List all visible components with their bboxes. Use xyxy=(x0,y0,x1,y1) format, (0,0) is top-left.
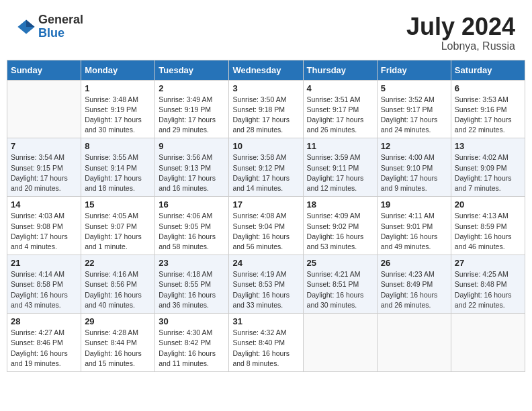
day-number: 6 xyxy=(455,83,521,93)
calendar-cell: 26Sunrise: 4:23 AM Sunset: 8:49 PM Dayli… xyxy=(377,255,451,314)
day-info: Sunrise: 3:52 AM Sunset: 9:17 PM Dayligh… xyxy=(381,95,447,136)
day-info: Sunrise: 3:56 AM Sunset: 9:13 PM Dayligh… xyxy=(159,152,225,193)
location-subtitle: Lobnya, Russia xyxy=(406,40,515,52)
day-info: Sunrise: 4:09 AM Sunset: 9:02 PM Dayligh… xyxy=(307,211,373,252)
day-number: 3 xyxy=(232,83,299,93)
calendar-table: SundayMondayTuesdayWednesdayThursdayFrid… xyxy=(7,60,525,372)
calendar-week-row: 7Sunrise: 3:54 AM Sunset: 9:15 PM Daylig… xyxy=(7,138,525,197)
day-info: Sunrise: 3:50 AM Sunset: 9:18 PM Dayligh… xyxy=(232,95,299,136)
day-info: Sunrise: 4:03 AM Sunset: 9:08 PM Dayligh… xyxy=(11,211,77,252)
calendar-cell: 9Sunrise: 3:56 AM Sunset: 9:13 PM Daylig… xyxy=(155,138,229,197)
calendar-cell xyxy=(7,80,81,138)
day-number: 4 xyxy=(307,83,373,93)
calendar-cell: 21Sunrise: 4:14 AM Sunset: 8:58 PM Dayli… xyxy=(7,255,81,314)
calendar-cell: 13Sunrise: 4:02 AM Sunset: 9:09 PM Dayli… xyxy=(451,138,525,197)
day-info: Sunrise: 3:48 AM Sunset: 9:19 PM Dayligh… xyxy=(85,95,151,136)
calendar-cell: 19Sunrise: 4:11 AM Sunset: 9:01 PM Dayli… xyxy=(377,197,451,255)
calendar-cell: 27Sunrise: 4:25 AM Sunset: 8:48 PM Dayli… xyxy=(451,255,525,314)
day-number: 26 xyxy=(381,258,447,268)
day-number: 18 xyxy=(307,199,373,210)
calendar-cell: 6Sunrise: 3:53 AM Sunset: 9:16 PM Daylig… xyxy=(451,80,525,138)
day-info: Sunrise: 4:27 AM Sunset: 8:46 PM Dayligh… xyxy=(11,328,77,369)
day-info: Sunrise: 4:14 AM Sunset: 8:58 PM Dayligh… xyxy=(11,269,77,310)
weekday-header-sunday: Sunday xyxy=(7,60,81,80)
calendar-cell: 14Sunrise: 4:03 AM Sunset: 9:08 PM Dayli… xyxy=(7,197,81,255)
day-info: Sunrise: 3:55 AM Sunset: 9:14 PM Dayligh… xyxy=(85,152,151,193)
day-number: 29 xyxy=(85,316,151,326)
day-info: Sunrise: 3:54 AM Sunset: 9:15 PM Dayligh… xyxy=(11,152,77,193)
day-number: 13 xyxy=(455,141,521,151)
calendar-cell: 5Sunrise: 3:52 AM Sunset: 9:17 PM Daylig… xyxy=(377,80,451,138)
calendar-cell: 10Sunrise: 3:58 AM Sunset: 9:12 PM Dayli… xyxy=(229,138,303,197)
calendar-cell: 30Sunrise: 4:30 AM Sunset: 8:42 PM Dayli… xyxy=(155,314,229,372)
logo-text: General Blue xyxy=(38,13,83,40)
calendar-cell: 24Sunrise: 4:19 AM Sunset: 8:53 PM Dayli… xyxy=(229,255,303,314)
weekday-header-tuesday: Tuesday xyxy=(155,60,229,80)
weekday-header-friday: Friday xyxy=(377,60,451,80)
day-number: 28 xyxy=(11,316,77,326)
month-year-title: July 2024 xyxy=(406,13,515,40)
day-number: 2 xyxy=(159,83,225,93)
svg-marker-1 xyxy=(26,19,35,27)
day-info: Sunrise: 4:02 AM Sunset: 9:09 PM Dayligh… xyxy=(455,152,521,193)
calendar-week-row: 28Sunrise: 4:27 AM Sunset: 8:46 PM Dayli… xyxy=(7,314,525,372)
day-info: Sunrise: 4:21 AM Sunset: 8:51 PM Dayligh… xyxy=(307,269,373,310)
weekday-header-wednesday: Wednesday xyxy=(229,60,303,80)
day-info: Sunrise: 3:51 AM Sunset: 9:17 PM Dayligh… xyxy=(307,95,373,136)
calendar-cell: 20Sunrise: 4:13 AM Sunset: 8:59 PM Dayli… xyxy=(451,197,525,255)
day-info: Sunrise: 4:06 AM Sunset: 9:05 PM Dayligh… xyxy=(159,211,225,252)
calendar-cell: 29Sunrise: 4:28 AM Sunset: 8:44 PM Dayli… xyxy=(81,314,155,372)
page-header: General Blue July 2024 Lobnya, Russia xyxy=(7,7,525,56)
day-info: Sunrise: 3:59 AM Sunset: 9:11 PM Dayligh… xyxy=(307,152,373,193)
day-number: 30 xyxy=(159,316,225,326)
day-info: Sunrise: 4:30 AM Sunset: 8:42 PM Dayligh… xyxy=(159,328,225,369)
day-number: 14 xyxy=(11,199,77,210)
calendar-cell: 11Sunrise: 3:59 AM Sunset: 9:11 PM Dayli… xyxy=(303,138,377,197)
day-number: 16 xyxy=(159,199,225,210)
day-info: Sunrise: 4:08 AM Sunset: 9:04 PM Dayligh… xyxy=(232,211,299,252)
day-info: Sunrise: 4:25 AM Sunset: 8:48 PM Dayligh… xyxy=(455,269,521,310)
day-number: 5 xyxy=(381,83,447,93)
day-info: Sunrise: 4:05 AM Sunset: 9:07 PM Dayligh… xyxy=(85,211,151,252)
calendar-cell: 3Sunrise: 3:50 AM Sunset: 9:18 PM Daylig… xyxy=(229,80,303,138)
day-number: 27 xyxy=(455,258,521,268)
day-info: Sunrise: 3:58 AM Sunset: 9:12 PM Dayligh… xyxy=(232,152,299,193)
day-info: Sunrise: 4:16 AM Sunset: 8:56 PM Dayligh… xyxy=(85,269,151,310)
calendar-cell: 28Sunrise: 4:27 AM Sunset: 8:46 PM Dayli… xyxy=(7,314,81,372)
weekday-header-row: SundayMondayTuesdayWednesdayThursdayFrid… xyxy=(7,60,525,80)
calendar-cell: 12Sunrise: 4:00 AM Sunset: 9:10 PM Dayli… xyxy=(377,138,451,197)
day-number: 11 xyxy=(307,141,373,151)
calendar-cell: 31Sunrise: 4:32 AM Sunset: 8:40 PM Dayli… xyxy=(229,314,303,372)
day-info: Sunrise: 4:13 AM Sunset: 8:59 PM Dayligh… xyxy=(455,211,521,252)
weekday-header-thursday: Thursday xyxy=(303,60,377,80)
day-number: 1 xyxy=(85,83,151,93)
calendar-cell: 2Sunrise: 3:49 AM Sunset: 9:19 PM Daylig… xyxy=(155,80,229,138)
calendar-cell xyxy=(451,314,525,372)
calendar-cell: 23Sunrise: 4:18 AM Sunset: 8:55 PM Dayli… xyxy=(155,255,229,314)
day-info: Sunrise: 4:32 AM Sunset: 8:40 PM Dayligh… xyxy=(232,328,299,369)
logo-icon xyxy=(17,17,36,36)
calendar-cell: 4Sunrise: 3:51 AM Sunset: 9:17 PM Daylig… xyxy=(303,80,377,138)
day-info: Sunrise: 4:28 AM Sunset: 8:44 PM Dayligh… xyxy=(85,328,151,369)
weekday-header-monday: Monday xyxy=(81,60,155,80)
day-info: Sunrise: 3:49 AM Sunset: 9:19 PM Dayligh… xyxy=(159,95,225,136)
calendar-cell: 18Sunrise: 4:09 AM Sunset: 9:02 PM Dayli… xyxy=(303,197,377,255)
day-number: 7 xyxy=(11,141,77,151)
day-number: 17 xyxy=(232,199,299,210)
day-number: 22 xyxy=(85,258,151,268)
day-number: 15 xyxy=(85,199,151,210)
day-info: Sunrise: 4:11 AM Sunset: 9:01 PM Dayligh… xyxy=(381,211,447,252)
day-number: 25 xyxy=(307,258,373,268)
day-info: Sunrise: 4:00 AM Sunset: 9:10 PM Dayligh… xyxy=(381,152,447,193)
day-number: 8 xyxy=(85,141,151,151)
calendar-cell: 1Sunrise: 3:48 AM Sunset: 9:19 PM Daylig… xyxy=(81,80,155,138)
calendar-week-row: 14Sunrise: 4:03 AM Sunset: 9:08 PM Dayli… xyxy=(7,197,525,255)
calendar-cell: 17Sunrise: 4:08 AM Sunset: 9:04 PM Dayli… xyxy=(229,197,303,255)
logo: General Blue xyxy=(17,13,83,40)
day-info: Sunrise: 4:19 AM Sunset: 8:53 PM Dayligh… xyxy=(232,269,299,310)
day-number: 20 xyxy=(455,199,521,210)
day-info: Sunrise: 4:18 AM Sunset: 8:55 PM Dayligh… xyxy=(159,269,225,310)
calendar-week-row: 1Sunrise: 3:48 AM Sunset: 9:19 PM Daylig… xyxy=(7,80,525,138)
calendar-cell: 8Sunrise: 3:55 AM Sunset: 9:14 PM Daylig… xyxy=(81,138,155,197)
calendar-week-row: 21Sunrise: 4:14 AM Sunset: 8:58 PM Dayli… xyxy=(7,255,525,314)
